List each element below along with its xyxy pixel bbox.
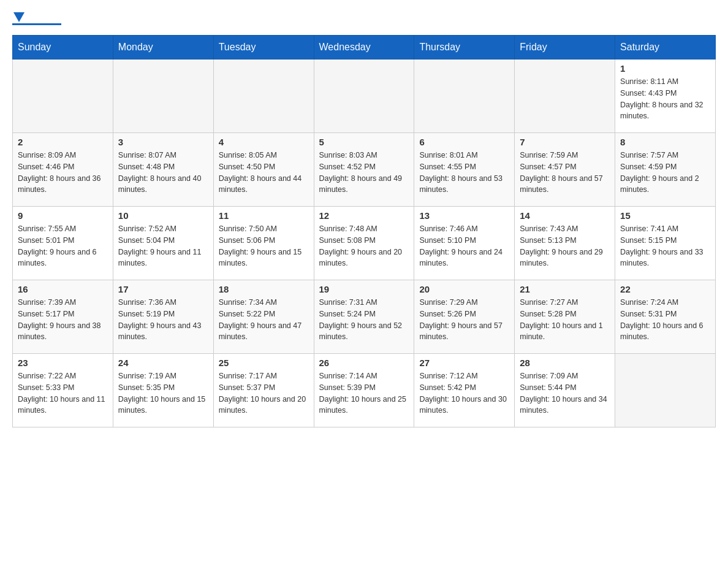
calendar-cell: 19Sunrise: 7:31 AMSunset: 5:24 PMDayligh… [314,280,414,354]
day-info: Sunrise: 7:39 AMSunset: 5:17 PMDaylight:… [18,297,108,343]
logo [12,12,61,25]
calendar-week-row: 16Sunrise: 7:39 AMSunset: 5:17 PMDayligh… [13,280,716,354]
calendar-cell [113,59,213,133]
calendar-cell: 24Sunrise: 7:19 AMSunset: 5:35 PMDayligh… [113,354,213,427]
day-number: 24 [118,358,208,368]
day-number: 21 [520,284,610,294]
day-number: 9 [18,210,108,221]
day-info: Sunrise: 8:07 AMSunset: 4:48 PMDaylight:… [118,150,208,196]
weekday-header-sunday: Sunday [13,36,113,59]
calendar-cell: 12Sunrise: 7:48 AMSunset: 5:08 PMDayligh… [314,207,414,280]
day-number: 26 [319,358,409,368]
day-number: 16 [18,284,108,294]
calendar-cell: 22Sunrise: 7:24 AMSunset: 5:31 PMDayligh… [615,280,716,354]
calendar-cell [414,59,515,133]
calendar-cell: 7Sunrise: 7:59 AMSunset: 4:57 PMDaylight… [515,133,615,207]
day-number: 27 [419,358,509,368]
calendar-cell [615,354,716,427]
day-number: 28 [520,358,610,368]
day-info: Sunrise: 7:57 AMSunset: 4:59 PMDaylight:… [620,150,710,196]
day-number: 19 [319,284,409,294]
day-info: Sunrise: 7:27 AMSunset: 5:28 PMDaylight:… [520,297,610,343]
calendar-cell [213,59,314,133]
calendar-cell: 6Sunrise: 8:01 AMSunset: 4:55 PMDaylight… [414,133,515,207]
day-info: Sunrise: 7:43 AMSunset: 5:13 PMDaylight:… [520,223,610,269]
day-info: Sunrise: 7:36 AMSunset: 5:19 PMDaylight:… [118,297,208,343]
day-info: Sunrise: 8:03 AMSunset: 4:52 PMDaylight:… [319,150,409,196]
day-info: Sunrise: 8:11 AMSunset: 4:43 PMDaylight:… [620,76,710,122]
day-number: 10 [118,210,208,221]
calendar-week-row: 2Sunrise: 8:09 AMSunset: 4:46 PMDaylight… [13,133,716,207]
page-header [12,12,716,25]
weekday-header-friday: Friday [515,36,615,59]
day-info: Sunrise: 7:52 AMSunset: 5:04 PMDaylight:… [118,223,208,269]
day-info: Sunrise: 7:22 AMSunset: 5:33 PMDaylight:… [18,370,108,416]
day-number: 25 [219,358,309,368]
day-info: Sunrise: 7:24 AMSunset: 5:31 PMDaylight:… [620,297,710,343]
day-number: 8 [620,137,710,147]
day-number: 2 [18,137,108,147]
day-info: Sunrise: 7:09 AMSunset: 5:44 PMDaylight:… [520,370,610,416]
calendar-cell [314,59,414,133]
day-info: Sunrise: 7:48 AMSunset: 5:08 PMDaylight:… [319,223,409,269]
day-info: Sunrise: 7:34 AMSunset: 5:22 PMDaylight:… [219,297,309,343]
calendar-cell: 5Sunrise: 8:03 AMSunset: 4:52 PMDaylight… [314,133,414,207]
day-number: 5 [319,137,409,147]
day-number: 20 [419,284,509,294]
weekday-header-thursday: Thursday [414,36,515,59]
calendar-cell: 11Sunrise: 7:50 AMSunset: 5:06 PMDayligh… [213,207,314,280]
calendar-cell: 8Sunrise: 7:57 AMSunset: 4:59 PMDaylight… [615,133,716,207]
calendar-cell: 4Sunrise: 8:05 AMSunset: 4:50 PMDaylight… [213,133,314,207]
day-number: 3 [118,137,208,147]
calendar-cell: 3Sunrise: 8:07 AMSunset: 4:48 PMDaylight… [113,133,213,207]
day-number: 23 [18,358,108,368]
calendar-cell: 26Sunrise: 7:14 AMSunset: 5:39 PMDayligh… [314,354,414,427]
weekday-header-monday: Monday [113,36,213,59]
calendar-cell: 9Sunrise: 7:55 AMSunset: 5:01 PMDaylight… [13,207,113,280]
calendar-header-row: SundayMondayTuesdayWednesdayThursdayFrid… [13,36,716,59]
calendar-cell [515,59,615,133]
day-info: Sunrise: 7:46 AMSunset: 5:10 PMDaylight:… [419,223,509,269]
day-info: Sunrise: 7:19 AMSunset: 5:35 PMDaylight:… [118,370,208,416]
calendar-cell: 25Sunrise: 7:17 AMSunset: 5:37 PMDayligh… [213,354,314,427]
day-number: 6 [419,137,509,147]
logo-triangle-icon [13,12,25,22]
calendar-cell: 20Sunrise: 7:29 AMSunset: 5:26 PMDayligh… [414,280,515,354]
day-info: Sunrise: 8:01 AMSunset: 4:55 PMDaylight:… [419,150,509,196]
calendar-cell: 18Sunrise: 7:34 AMSunset: 5:22 PMDayligh… [213,280,314,354]
day-info: Sunrise: 8:05 AMSunset: 4:50 PMDaylight:… [219,150,309,196]
logo-underline [12,23,61,25]
day-number: 7 [520,137,610,147]
calendar-cell: 23Sunrise: 7:22 AMSunset: 5:33 PMDayligh… [13,354,113,427]
day-info: Sunrise: 7:59 AMSunset: 4:57 PMDaylight:… [520,150,610,196]
day-number: 12 [319,210,409,221]
day-info: Sunrise: 7:17 AMSunset: 5:37 PMDaylight:… [219,370,309,416]
calendar-cell: 16Sunrise: 7:39 AMSunset: 5:17 PMDayligh… [13,280,113,354]
day-info: Sunrise: 7:55 AMSunset: 5:01 PMDaylight:… [18,223,108,269]
day-number: 17 [118,284,208,294]
day-info: Sunrise: 8:09 AMSunset: 4:46 PMDaylight:… [18,150,108,196]
day-info: Sunrise: 7:12 AMSunset: 5:42 PMDaylight:… [419,370,509,416]
weekday-header-saturday: Saturday [615,36,716,59]
calendar-cell: 1Sunrise: 8:11 AMSunset: 4:43 PMDaylight… [615,59,716,133]
calendar-week-row: 9Sunrise: 7:55 AMSunset: 5:01 PMDaylight… [13,207,716,280]
calendar-cell: 21Sunrise: 7:27 AMSunset: 5:28 PMDayligh… [515,280,615,354]
day-number: 18 [219,284,309,294]
day-info: Sunrise: 7:50 AMSunset: 5:06 PMDaylight:… [219,223,309,269]
calendar-week-row: 1Sunrise: 8:11 AMSunset: 4:43 PMDaylight… [13,59,716,133]
calendar-cell: 27Sunrise: 7:12 AMSunset: 5:42 PMDayligh… [414,354,515,427]
weekday-header-tuesday: Tuesday [213,36,314,59]
day-number: 4 [219,137,309,147]
day-number: 14 [520,210,610,221]
day-number: 11 [219,210,309,221]
calendar-cell: 15Sunrise: 7:41 AMSunset: 5:15 PMDayligh… [615,207,716,280]
day-number: 22 [620,284,710,294]
calendar-cell: 13Sunrise: 7:46 AMSunset: 5:10 PMDayligh… [414,207,515,280]
calendar-cell [13,59,113,133]
calendar-cell: 14Sunrise: 7:43 AMSunset: 5:13 PMDayligh… [515,207,615,280]
day-info: Sunrise: 7:41 AMSunset: 5:15 PMDaylight:… [620,223,710,269]
day-info: Sunrise: 7:31 AMSunset: 5:24 PMDaylight:… [319,297,409,343]
day-info: Sunrise: 7:29 AMSunset: 5:26 PMDaylight:… [419,297,509,343]
calendar-cell: 2Sunrise: 8:09 AMSunset: 4:46 PMDaylight… [13,133,113,207]
day-number: 15 [620,210,710,221]
